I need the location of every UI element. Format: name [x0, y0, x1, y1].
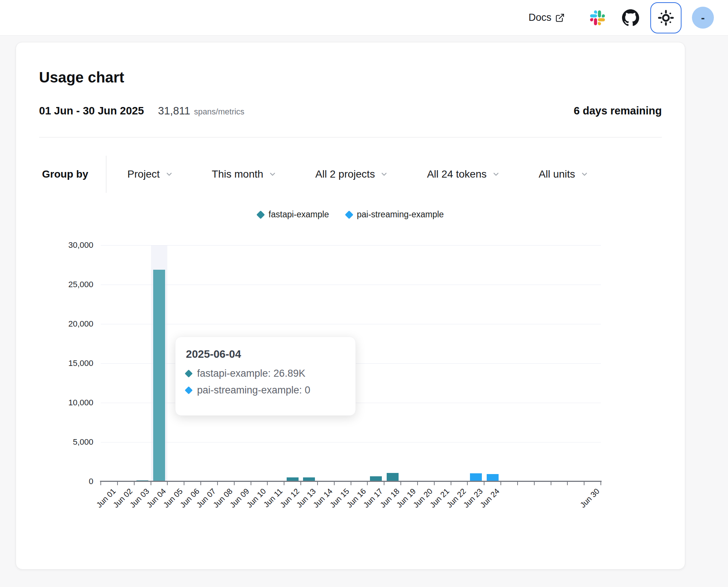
- theme-toggle-button[interactable]: [650, 2, 682, 33]
- x-axis-tick: [467, 482, 468, 485]
- usage-card: Usage chart 01 Jun - 30 Jun 2025 31,811 …: [16, 42, 685, 570]
- usage-count: 31,811: [158, 105, 190, 117]
- date-range: 01 Jun - 30 Jun 2025: [39, 105, 144, 117]
- github-button[interactable]: [622, 9, 639, 26]
- gridline: [101, 245, 601, 246]
- x-axis-tick: [117, 482, 118, 485]
- x-axis-tick: [200, 482, 201, 485]
- x-axis-tick: [300, 482, 301, 485]
- usage-unit: spans/metrics: [194, 107, 245, 117]
- y-axis-tick-label: 10,000: [68, 398, 93, 408]
- chevron-down-icon: [492, 170, 500, 178]
- external-link-icon: [555, 13, 565, 23]
- x-axis-tick: [134, 482, 135, 485]
- x-axis-tick: [500, 482, 501, 485]
- dropdown-label: All 24 tokens: [427, 168, 486, 180]
- legend-diamond-icon: [345, 210, 353, 219]
- tooltip-row: pai-streaming-example: 0: [186, 385, 345, 396]
- chart-legend: fastapi-example pai-streaming-example: [101, 210, 601, 220]
- dropdown-tokens-filter[interactable]: All 24 tokens: [427, 168, 500, 180]
- bar-pai-streaming-example-jun-23[interactable]: [470, 473, 482, 481]
- y-axis-tick-label: 25,000: [68, 280, 93, 289]
- legend-label: pai-streaming-example: [357, 210, 444, 220]
- legend-item-fastapi-example[interactable]: fastapi-example: [258, 210, 329, 220]
- y-axis-tick-label: 0: [89, 477, 93, 486]
- x-axis-tick: [567, 482, 568, 485]
- chevron-down-icon: [580, 170, 589, 178]
- bar-pai-streaming-example-jun-24[interactable]: [487, 474, 499, 481]
- days-remaining: 6 days remaining: [574, 105, 662, 117]
- y-axis-tick-label: 15,000: [68, 359, 93, 368]
- dropdown-label: This month: [212, 168, 264, 180]
- x-axis-tick: [317, 482, 318, 485]
- dropdown-projects-filter[interactable]: All 2 projects: [315, 168, 388, 180]
- chevron-down-icon: [380, 170, 388, 178]
- x-axis-tick: [434, 482, 435, 485]
- bar-fastapi-example-jun-04[interactable]: [153, 270, 165, 481]
- x-axis-tick: [217, 482, 218, 485]
- legend-diamond-icon: [257, 210, 265, 219]
- x-axis-tick: [484, 482, 484, 485]
- page-title: Usage chart: [39, 69, 124, 86]
- gridline: [101, 285, 601, 285]
- y-axis-tick-label: 20,000: [68, 319, 93, 329]
- gridline: [101, 324, 601, 324]
- tooltip-diamond-icon: [185, 386, 193, 394]
- x-axis-tick: [351, 482, 351, 485]
- x-axis-tick: [534, 482, 535, 485]
- docs-link-label: Docs: [528, 12, 551, 23]
- tooltip-diamond-icon: [185, 370, 193, 377]
- x-axis-tick: [184, 482, 184, 485]
- bar-fastapi-example-jun-18[interactable]: [387, 473, 399, 481]
- github-icon: [622, 9, 639, 26]
- divider: [39, 137, 662, 137]
- tooltip-date: 2025-06-04: [186, 348, 345, 360]
- x-axis-tick: [251, 482, 251, 485]
- legend-label: fastapi-example: [268, 210, 329, 220]
- gridline: [101, 442, 601, 442]
- chart-tooltip: 2025-06-04 fastapi-example: 26.89K pai-s…: [175, 337, 356, 416]
- vertical-divider: [106, 156, 106, 193]
- filter-row: Group by Project This month All 2 projec…: [42, 156, 662, 193]
- x-axis-tick: [584, 482, 584, 485]
- x-axis-tick: [451, 482, 451, 485]
- x-axis-tick: [100, 482, 101, 485]
- slack-icon: [590, 10, 605, 25]
- tooltip-row: fastapi-example: 26.89K: [186, 368, 345, 379]
- docs-link[interactable]: Docs: [528, 12, 565, 23]
- x-axis-tick: [400, 482, 401, 485]
- avatar[interactable]: -: [692, 7, 714, 29]
- avatar-label: -: [701, 12, 705, 24]
- x-axis-tick: [600, 482, 601, 485]
- slack-button[interactable]: [590, 10, 605, 25]
- x-axis-tick: [267, 482, 268, 485]
- dropdown-label: All 2 projects: [315, 168, 375, 180]
- x-axis-tick: [167, 482, 168, 485]
- x-axis-tick: [367, 482, 368, 485]
- group-by-label: Group by: [42, 168, 106, 180]
- legend-item-pai-streaming-example[interactable]: pai-streaming-example: [346, 210, 444, 220]
- x-axis-tick: [151, 482, 151, 485]
- x-axis-tick-label-text: Jun 30: [578, 487, 601, 510]
- topbar: Docs: [0, 0, 728, 36]
- y-axis-tick-label: 30,000: [68, 240, 93, 250]
- stats-row: 01 Jun - 30 Jun 2025 31,811 spans/metric…: [39, 105, 662, 117]
- x-axis-tick: [551, 482, 551, 485]
- x-axis-tick: [384, 482, 384, 485]
- x-axis-tick: [334, 482, 335, 485]
- dropdown-group-by-project[interactable]: Project: [127, 168, 173, 180]
- y-axis-tick-label: 5,000: [73, 437, 93, 447]
- dropdown-time-range[interactable]: This month: [212, 168, 277, 180]
- tooltip-row-text: pai-streaming-example: 0: [197, 385, 310, 396]
- x-axis-tick: [234, 482, 235, 485]
- chevron-down-icon: [268, 170, 277, 178]
- tooltip-row-text: fastapi-example: 26.89K: [197, 368, 305, 379]
- sun-icon: [657, 9, 675, 27]
- dropdown-units-filter[interactable]: All units: [539, 168, 589, 180]
- topbar-actions: Docs: [528, 2, 714, 33]
- x-axis-tick: [284, 482, 284, 485]
- chevron-down-icon: [165, 170, 173, 178]
- screen: Docs: [0, 0, 728, 587]
- dropdown-label: Project: [127, 168, 160, 180]
- x-axis-tick: [417, 482, 418, 485]
